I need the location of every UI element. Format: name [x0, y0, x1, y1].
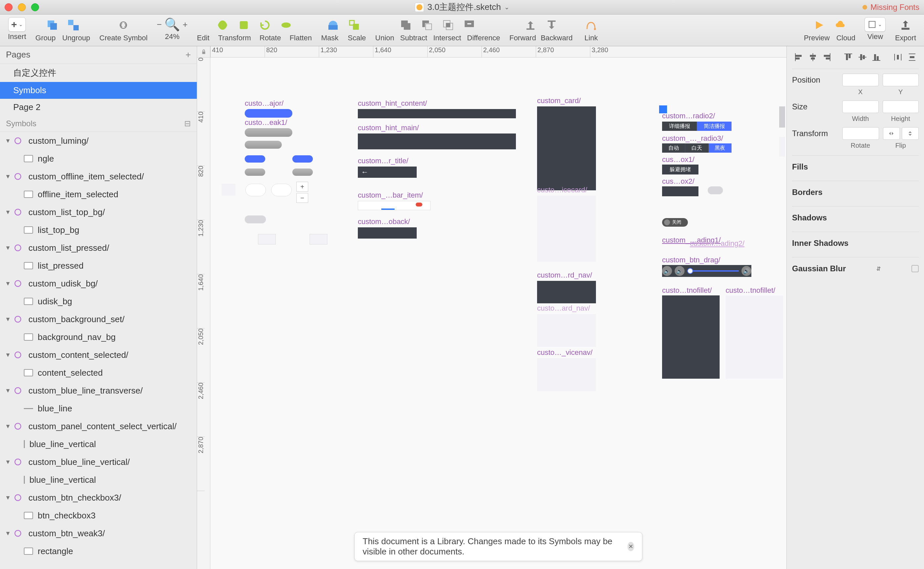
minimize-window-button[interactable]: [18, 3, 26, 11]
align-bottom-button[interactable]: [870, 52, 883, 63]
layer-child[interactable]: list_pressed: [0, 257, 197, 275]
artboard[interactable]: 躲避拥堵: [662, 164, 698, 175]
distribute-h-button[interactable]: [891, 52, 904, 63]
artboard[interactable]: [537, 106, 596, 190]
artboard-label[interactable]: custo…icecard/: [537, 186, 587, 194]
artboard[interactable]: [662, 186, 698, 196]
layer-child[interactable]: list_top_bg: [0, 221, 197, 239]
fills-section[interactable]: Fills: [792, 155, 919, 175]
difference-button[interactable]: [460, 17, 479, 33]
zoom-window-button[interactable]: [31, 3, 39, 11]
close-window-button[interactable]: [5, 3, 12, 11]
artboard-label[interactable]: custom_…bar_item/: [358, 191, 423, 199]
add-page-button[interactable]: +: [186, 50, 191, 60]
disclosure-triangle-icon[interactable]: ▼: [4, 423, 12, 430]
layer-symbol[interactable]: ▼custom_list_pressed/: [0, 239, 197, 257]
x-input[interactable]: [842, 74, 879, 86]
artboard[interactable]: [537, 358, 596, 391]
backward-button[interactable]: [542, 17, 561, 33]
window-title[interactable]: 3.0主题控件.sketch ⌄: [415, 2, 509, 13]
disclosure-triangle-icon[interactable]: ▼: [4, 351, 12, 359]
disclosure-triangle-icon[interactable]: ▼: [4, 530, 12, 537]
artboard[interactable]: [662, 295, 720, 379]
distribute-v-button[interactable]: [906, 52, 919, 63]
artboard[interactable]: −: [296, 193, 308, 203]
insert-button[interactable]: + ⌄: [8, 17, 26, 32]
artboard[interactable]: +: [296, 182, 308, 192]
artboard[interactable]: [358, 134, 516, 149]
layer-symbol[interactable]: ▼custom_blue_line_vertical/: [0, 453, 197, 471]
ruler-lock-icon[interactable]: [197, 46, 210, 58]
artboard-radio3[interactable]: 自动 白天 黑夜: [662, 143, 732, 153]
rotate-input[interactable]: [842, 127, 879, 140]
artboard-label[interactable]: custom_…_radio3/: [662, 134, 723, 143]
layer-symbol[interactable]: ▼custom_list_top_bg/: [0, 203, 197, 221]
disclosure-triangle-icon[interactable]: ▼: [4, 137, 12, 145]
artboard[interactable]: ←: [358, 167, 417, 178]
artboard[interactable]: [292, 169, 313, 176]
artboard[interactable]: [708, 186, 723, 194]
artboard-drag[interactable]: 🔈 🔈 🔊: [662, 265, 752, 277]
artboard-label[interactable]: custom_btn_drag/: [662, 256, 720, 264]
height-input[interactable]: [883, 100, 919, 113]
page-item[interactable]: 自定义控件: [0, 64, 197, 82]
artboard-label[interactable]: custom_card/: [537, 96, 581, 105]
artboard-label[interactable]: custo…_vicenav/: [537, 348, 593, 357]
preview-button[interactable]: [810, 17, 828, 33]
layer-symbol[interactable]: ▼custom_offline_item_selected/: [0, 167, 197, 186]
artboard-label[interactable]: custom_hint_content/: [358, 99, 427, 108]
disclosure-triangle-icon[interactable]: ▼: [4, 173, 12, 180]
artboard[interactable]: [358, 201, 431, 210]
layer-child[interactable]: ngle: [0, 150, 197, 167]
scale-button[interactable]: [345, 17, 363, 33]
artboard-label[interactable]: custo…ajor/: [245, 99, 284, 108]
artboard[interactable]: [537, 196, 596, 262]
layer-child[interactable]: btn_checkbox3: [0, 507, 197, 524]
union-button[interactable]: [396, 17, 415, 33]
artboard[interactable]: [726, 295, 783, 379]
blur-checkbox[interactable]: [912, 265, 919, 272]
artboard[interactable]: [245, 184, 266, 196]
layer-child[interactable]: udisk_bg: [0, 292, 197, 310]
shadows-section[interactable]: Shadows: [792, 206, 919, 226]
artboard-label[interactable]: custo…tnofillet/: [726, 286, 775, 295]
disclosure-triangle-icon[interactable]: ▼: [4, 209, 12, 216]
layer-symbol[interactable]: ▼custom_panel_content_select_vertical/: [0, 417, 197, 435]
zoom-control[interactable]: − 🔍 +: [157, 17, 188, 32]
layer-symbol[interactable]: ▼custom_luming/: [0, 132, 197, 150]
artboard[interactable]: [245, 141, 282, 149]
align-right-button[interactable]: [820, 52, 833, 63]
canvas[interactable]: custo…ajor/ custo…eak1/ + − custom_hint_…: [210, 58, 787, 569]
link-button[interactable]: [582, 17, 600, 33]
flip-v-button[interactable]: [902, 127, 919, 140]
zoom-out-icon[interactable]: −: [157, 20, 162, 30]
artboard-label[interactable]: custom…ading2/: [690, 239, 744, 248]
mask-button[interactable]: [324, 17, 342, 33]
rotate-button[interactable]: [256, 17, 274, 33]
intersect-button[interactable]: [439, 17, 457, 33]
artboard-label[interactable]: custom…radio2/: [662, 112, 715, 120]
artboard-label[interactable]: custo…tnofillet/: [662, 286, 712, 295]
layer-child[interactable]: rectangle: [0, 542, 197, 560]
artboard[interactable]: [292, 155, 313, 163]
horizontal-ruler[interactable]: 4108201,2301,6402,0502,4602,8703,280: [210, 46, 787, 58]
layer-child[interactable]: blue_line_vertical: [0, 471, 197, 489]
flip-h-button[interactable]: [883, 127, 900, 140]
artboard[interactable]: [245, 155, 265, 163]
disclosure-triangle-icon[interactable]: ▼: [4, 280, 12, 287]
artboard[interactable]: [779, 106, 785, 128]
artboard[interactable]: [537, 281, 596, 303]
vertical-ruler[interactable]: 04108201,2301,6402,0502,4602,870: [197, 58, 210, 569]
page-item[interactable]: Page 2: [0, 99, 197, 116]
layer-child[interactable]: blue_line: [0, 400, 197, 417]
zoom-in-icon[interactable]: +: [183, 20, 188, 30]
artboard-label[interactable]: cus…ox1/: [662, 155, 694, 164]
borders-section[interactable]: Borders: [792, 181, 919, 200]
group-button[interactable]: [43, 17, 61, 33]
artboard[interactable]: [271, 184, 292, 196]
artboard[interactable]: [310, 234, 328, 245]
artboard-label[interactable]: custom_hint_main/: [358, 123, 419, 132]
collapse-icon[interactable]: ⊟: [184, 119, 191, 128]
align-hcenter-button[interactable]: [806, 52, 819, 63]
align-vcenter-button[interactable]: [856, 52, 869, 63]
